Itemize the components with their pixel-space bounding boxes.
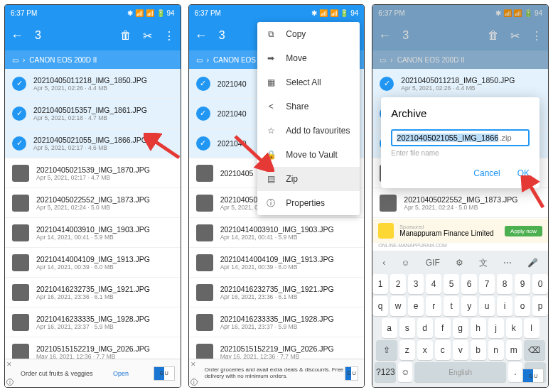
menu-zip[interactable]: ▤Zip (257, 167, 360, 191)
key-q[interactable]: q (372, 296, 388, 316)
file-row[interactable]: ✓20210405011218_IMG_1850.JPGApr 5, 2021,… (5, 69, 181, 99)
cut-icon[interactable]: ✂ (143, 29, 152, 43)
key-shift[interactable]: ⇧ (376, 340, 397, 360)
kb-more-icon[interactable]: ⋯ (503, 258, 512, 268)
ad-apply-button[interactable]: Apply now (505, 226, 542, 236)
key-c[interactable]: c (435, 340, 451, 360)
key-g[interactable]: g (453, 318, 468, 338)
key-7[interactable]: 7 (479, 274, 495, 294)
key-b[interactable]: b (471, 340, 486, 360)
key-backspace[interactable]: ⌫ (524, 340, 545, 360)
overflow-icon[interactable]: ⋮ (163, 29, 175, 43)
key-5[interactable]: 5 (444, 274, 459, 294)
ad-cta[interactable]: Open (113, 370, 129, 377)
key-u[interactable]: u (479, 296, 495, 316)
menu-share[interactable]: <Share (257, 94, 360, 119)
file-row[interactable]: 20210414004109_IMG_1913.JPGApr 14, 2021,… (189, 248, 365, 278)
kb-sticker-icon[interactable]: ☺ (401, 258, 409, 268)
file-row[interactable]: ✓20210405011218_IMG_1850.JPGApr 5, 2021,… (372, 69, 548, 99)
key-8[interactable]: 8 (497, 274, 512, 294)
key-1[interactable]: 1 (372, 274, 388, 294)
dialog-title: Archive (391, 107, 530, 119)
ad-close-icon[interactable]: ✕ (190, 361, 196, 368)
move-icon: ➡ (266, 53, 276, 63)
key-3[interactable]: 3 (408, 274, 424, 294)
file-row[interactable]: 20210405022552_IMG_1873.JPGApr 5, 2021, … (372, 188, 548, 218)
kb-translate-icon[interactable]: 文 (479, 257, 488, 269)
menu-favourites[interactable]: ☆Add to favourites (257, 119, 360, 143)
key-v[interactable]: v (453, 340, 468, 360)
key-j[interactable]: j (488, 318, 504, 338)
ad-close-icon[interactable]: ✕ (6, 361, 12, 368)
key-emoji[interactable]: ☺ (398, 362, 412, 382)
file-row[interactable]: ✓20210405021055_IMG_1866.JPGApr 5, 2021,… (5, 129, 181, 158)
menu-properties[interactable]: ⓘProperties (257, 191, 360, 215)
file-row[interactable]: 20210416233335_IMG_1928.JPGApr 16, 2021,… (189, 307, 365, 337)
key-n[interactable]: n (488, 340, 504, 360)
key-0[interactable]: 0 (532, 274, 548, 294)
ad-info-icon[interactable]: i (190, 379, 198, 386)
key-z[interactable]: z (399, 340, 415, 360)
key-h[interactable]: h (471, 318, 486, 338)
file-thumbnail (12, 314, 29, 331)
kb-back-icon[interactable]: ‹ (382, 258, 385, 268)
file-row[interactable]: 20210414003910_IMG_1903.JPGApr 14, 2021,… (5, 218, 181, 248)
key-t[interactable]: t (444, 296, 459, 316)
key-a[interactable]: a (382, 318, 397, 338)
key-k[interactable]: k (506, 318, 522, 338)
breadcrumb[interactable]: ▭ › CANON EOS 200D II (5, 50, 181, 69)
ad-info-icon[interactable]: i (6, 379, 14, 386)
key-period[interactable]: . (508, 362, 522, 382)
key-y[interactable]: y (461, 296, 477, 316)
file-row[interactable]: 20210414003910_IMG_1903.JPGApr 14, 2021,… (189, 218, 365, 248)
key-r[interactable]: r (426, 296, 441, 316)
file-row[interactable]: ✓20210405015357_IMG_1861.JPGApr 5, 2021,… (5, 99, 181, 129)
file-row[interactable]: 20210416232735_IMG_1921.JPGApr 16, 2021,… (189, 278, 365, 307)
menu-move[interactable]: ➡Move (257, 46, 360, 70)
key-i[interactable]: i (497, 296, 512, 316)
key-f[interactable]: f (435, 318, 451, 338)
dialog-scrim (372, 5, 548, 69)
key-2[interactable]: 2 (390, 274, 406, 294)
file-row[interactable]: 20210515152219_IMG_2026.JPGMay 16, 2021,… (189, 337, 365, 359)
gtu-logo: G U (154, 366, 175, 381)
menu-copy[interactable]: ⧉Copy (257, 22, 360, 46)
file-row[interactable]: 20210515152219_IMG_2026.JPGMay 16, 2021,… (5, 337, 181, 359)
file-row[interactable]: 20210414004109_IMG_1913.JPGApr 14, 2021,… (5, 248, 181, 278)
kb-mic-icon[interactable]: 🎤 (527, 258, 538, 268)
key-o[interactable]: o (515, 296, 530, 316)
key-e[interactable]: e (408, 296, 424, 316)
dialog-cancel-button[interactable]: Cancel (473, 168, 500, 178)
key-m[interactable]: m (506, 340, 522, 360)
menu-select-all[interactable]: ▦Select All (257, 70, 360, 94)
back-icon[interactable]: ← (11, 28, 23, 43)
ad-native[interactable]: Sponsored Manappuram Finance Limited App… (372, 219, 548, 251)
key-p[interactable]: p (532, 296, 548, 316)
dialog-ok-button[interactable]: OK (517, 168, 530, 178)
key-s[interactable]: s (399, 318, 415, 338)
kb-gif-icon[interactable]: GIF (426, 258, 440, 268)
file-row[interactable]: 20210405021539_IMG_1870.JPGApr 5, 2021, … (5, 158, 181, 188)
key-l[interactable]: l (524, 318, 539, 338)
file-name: 20210405011218_IMG_1850.JPG (401, 76, 541, 85)
file-name: 20210414003910_IMG_1903.JPG (220, 225, 358, 234)
key-x[interactable]: x (417, 340, 433, 360)
key-symbols[interactable]: ?123 (375, 362, 396, 382)
file-row[interactable]: 20210416233335_IMG_1928.JPGApr 16, 2021,… (5, 307, 181, 337)
ad-banner[interactable]: ✕ i Order groceries and avail extra deal… (189, 359, 365, 387)
file-list[interactable]: ✓20210405011218_IMG_1850.JPGApr 5, 2021,… (5, 69, 181, 359)
kb-settings-icon[interactable]: ⚙ (456, 258, 463, 268)
menu-vault[interactable]: 🔒Move to Vault (257, 143, 360, 167)
key-space[interactable]: English (414, 362, 506, 382)
delete-icon[interactable]: 🗑 (120, 29, 131, 42)
key-4[interactable]: 4 (426, 274, 441, 294)
ad-banner[interactable]: ✕ i Order cut fruits & veggies Open G U (5, 359, 181, 387)
key-w[interactable]: w (390, 296, 406, 316)
key-9[interactable]: 9 (515, 274, 530, 294)
file-row[interactable]: 20210416232735_IMG_1921.JPGApr 16, 2021,… (5, 278, 181, 307)
filename-input[interactable]: 20210405021055_IMG_1866.zip (391, 129, 530, 146)
back-icon[interactable]: ← (195, 28, 208, 43)
key-6[interactable]: 6 (461, 274, 477, 294)
key-d[interactable]: d (417, 318, 433, 338)
file-row[interactable]: 20210405022552_IMG_1873.JPGApr 5, 2021, … (5, 188, 181, 218)
